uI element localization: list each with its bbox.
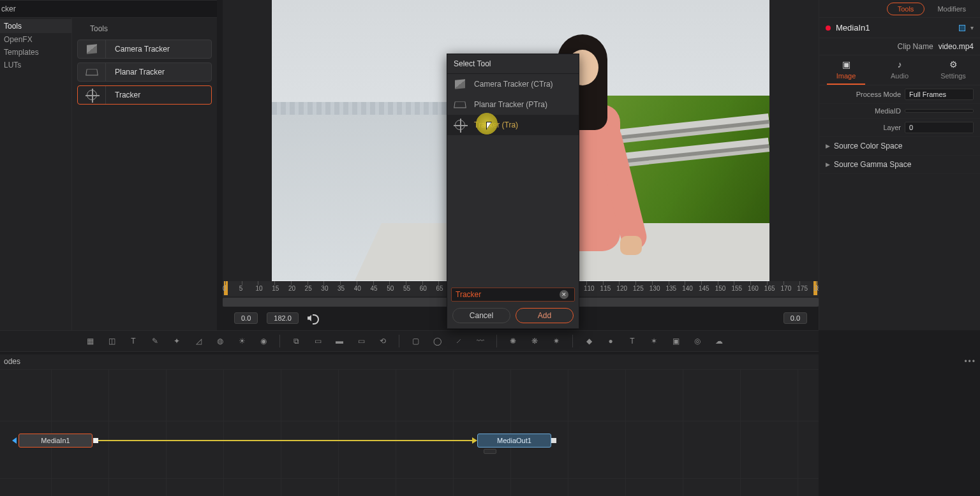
toolbar-render3d-icon[interactable]: ◎ [690, 334, 704, 348]
port-in-icon[interactable] [12, 437, 17, 444]
toolbar-p-render-icon[interactable]: ✷ [549, 334, 563, 348]
audio-icon: ♪ [880, 59, 919, 71]
inspector-tab-modifiers[interactable]: Modifiers [927, 3, 976, 15]
track-icon [455, 120, 465, 130]
inspector-prop-value[interactable] [905, 109, 974, 113]
toolbar-separator [496, 335, 497, 347]
effects-tool-tracker[interactable]: Tracker [77, 85, 212, 105]
inspector-prop-value[interactable]: 0 [905, 122, 974, 133]
flow-options-icon[interactable]: ••• [964, 357, 976, 366]
select-tool-add-button[interactable]: Add [516, 308, 574, 323]
effects-tool-camera-tracker[interactable]: Camera Tracker [77, 40, 212, 59]
time-in-field[interactable]: 0.0 [234, 312, 258, 324]
search-clear-icon[interactable]: ✕ [560, 290, 568, 299]
effects-category-openfx[interactable]: OpenFX [0, 33, 71, 46]
ruler-label: 165 [764, 285, 775, 292]
inspector-section-label: Source Gamma Space [834, 160, 911, 169]
ruler-label: 25 [305, 285, 312, 292]
select-tool-option-camera[interactable]: Camera Tracker (CTra) [447, 74, 579, 94]
node-media-out[interactable]: MediaOut1 [477, 434, 551, 448]
ruler-label: 140 [682, 285, 693, 292]
toolbar-sparkle-icon[interactable]: ✦ [170, 334, 184, 348]
node-media-out-label: MediaOut1 [497, 437, 531, 444]
inspector-tab-tools[interactable]: Tools [887, 3, 925, 15]
ruler-label: 145 [699, 285, 709, 292]
inspector-subtab-image-label: Image [836, 72, 856, 80]
toolbar-background-icon[interactable]: ▦ [83, 334, 97, 348]
toolbar-transform-icon[interactable]: ⟲ [376, 334, 390, 348]
inspector-section-source-gamma-space[interactable]: ▶Source Gamma Space [819, 156, 980, 174]
toolbar-ellipse-icon[interactable]: ◯ [430, 334, 444, 348]
time-duration-field[interactable]: 182.0 [267, 312, 299, 324]
ruler-label: 15 [272, 285, 279, 292]
track-icon [87, 90, 97, 100]
flow-node-graph[interactable]: MediaIn1 MediaOut1 [0, 370, 819, 496]
inspector-enable-dot-icon[interactable] [826, 26, 831, 31]
toolbar-crop-icon[interactable]: ⧉ [289, 334, 303, 348]
toolbar-rect-icon[interactable]: ▢ [408, 334, 422, 348]
toolbar-sphere-icon[interactable]: ● [604, 334, 618, 348]
node-media-in-label: MediaIn1 [41, 437, 70, 444]
inspector-chevron-icon[interactable]: ▾ [970, 24, 974, 31]
inspector-prop-process-mode: Process ModeFull Frames [819, 85, 980, 104]
select-tool-option-label: Planar Tracker (PTra) [474, 100, 547, 109]
inspector-subtab-settings[interactable]: ⚙ Settings [934, 59, 972, 85]
toolbar-resize-icon[interactable]: ▭ [311, 334, 325, 348]
toolbar-p-emit-icon[interactable]: ❋ [528, 334, 542, 348]
settings-icon: ⚙ [934, 59, 972, 71]
effects-tool-planar-tracker[interactable]: Planar Tracker [77, 62, 212, 82]
port-out-icon[interactable] [93, 438, 98, 443]
ruler-label: 155 [731, 285, 742, 292]
toolbar-image-plane-icon[interactable]: ☁ [712, 334, 726, 348]
select-tool-search-input[interactable] [451, 288, 575, 302]
toolbar-camera3d-icon[interactable]: ▣ [669, 334, 683, 348]
port-out2-icon[interactable] [551, 438, 556, 443]
time-right-field[interactable]: 0.0 [783, 312, 807, 324]
chevron-right-icon: ▶ [826, 161, 830, 168]
inspector-subtab-audio[interactable]: ♪ Audio [880, 59, 919, 85]
inspector-clip-key: Clip Name [898, 42, 933, 51]
node-media-in[interactable]: MediaIn1 [19, 434, 93, 448]
toolbar-separator [399, 335, 399, 347]
inspector-subtab-image[interactable]: ▣ Image [827, 59, 865, 85]
node-thumb-icon[interactable] [484, 449, 496, 454]
effects-tools-column: Tools Camera TrackerPlanar TrackerTracke… [72, 18, 217, 330]
ruler-label: 20 [288, 285, 295, 292]
toolbar-shape3d-icon[interactable]: ◆ [582, 334, 596, 348]
inspector-prop-value[interactable]: Full Frames [905, 89, 974, 100]
select-tool-cancel-button[interactable]: Cancel [452, 308, 510, 323]
toolbar-bspline-icon[interactable]: 〰 [473, 334, 487, 348]
toolbar-brightness-icon[interactable]: ☀ [235, 334, 249, 348]
inspector-subtab-audio-label: Audio [891, 72, 909, 80]
toolbar-blur-icon[interactable]: ◉ [256, 334, 271, 348]
toolbar-paint-icon[interactable]: ✎ [148, 334, 162, 348]
effects-category-luts[interactable]: LUTs [0, 59, 71, 71]
toolbar-polyline-icon[interactable]: ⟋ [452, 334, 466, 348]
ruler-label: 170 [781, 285, 792, 292]
ruler-label: 45 [371, 285, 378, 292]
effects-tool-label: Planar Tracker [106, 68, 165, 77]
select-tool-option-tracker[interactable]: Tracker (Tra) [447, 115, 579, 135]
effects-tools-header: Tools [77, 22, 212, 40]
toolbar-text-icon[interactable]: T [126, 334, 140, 348]
toolbar-letterbox-icon[interactable]: ▭ [354, 334, 368, 348]
ruler-label: 55 [403, 285, 410, 292]
ruler-label: 125 [633, 285, 644, 292]
toolbar-erode-icon[interactable]: ◍ [213, 334, 227, 348]
toolbar-merge-icon[interactable]: ◫ [105, 334, 119, 348]
toolbar-text3d-icon[interactable]: T [625, 334, 639, 348]
inspector-view-toggle-icon[interactable] [959, 25, 965, 31]
select-tool-option-planar[interactable]: Planar Tracker (PTra) [447, 94, 579, 115]
toolbar-mask-rect-icon[interactable]: ▬ [332, 334, 346, 348]
effects-category-templates[interactable]: Templates [0, 46, 71, 59]
toolbar-ramp-icon[interactable]: ◿ [191, 334, 205, 348]
ruler-label: 30 [321, 285, 328, 292]
audio-toggle-icon[interactable] [308, 314, 318, 323]
plane-icon [454, 101, 466, 108]
inspector-section-source-color-space[interactable]: ▶Source Color Space [819, 137, 980, 156]
ruler-label: 40 [354, 285, 361, 292]
toolbar-particles-icon[interactable]: ✺ [506, 334, 520, 348]
toolbar-spot-icon[interactable]: ✶ [647, 334, 661, 348]
toolbar-separator [279, 335, 280, 347]
effects-tool-label: Tracker [106, 91, 140, 99]
